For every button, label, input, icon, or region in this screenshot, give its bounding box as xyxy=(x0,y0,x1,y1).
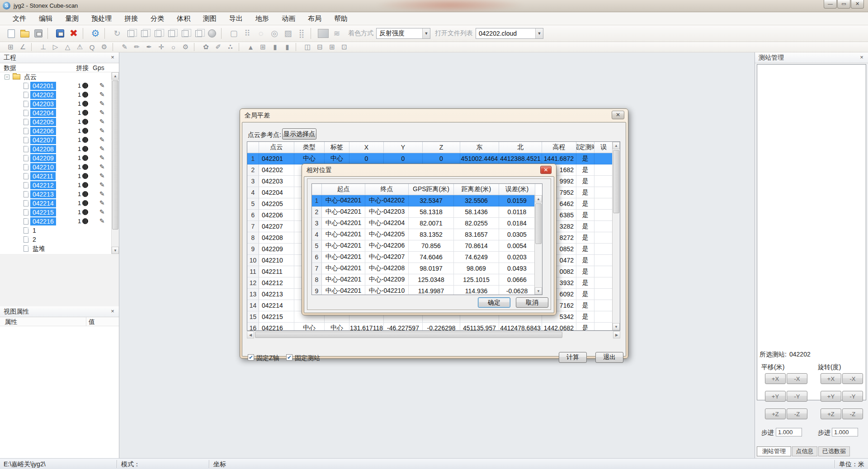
gps-edit-icon[interactable]: ✎ xyxy=(99,91,105,98)
cloud-name[interactable]: 042202 xyxy=(30,91,56,99)
gps-edit-icon[interactable]: ✎ xyxy=(99,217,105,225)
globe-icon[interactable] xyxy=(82,146,88,152)
scrollbar-thumb[interactable] xyxy=(112,80,118,230)
cloud-name[interactable]: 042211 xyxy=(30,172,56,180)
separator[interactable] xyxy=(31,43,35,51)
layers-icon[interactable]: ≋ xyxy=(330,27,344,40)
triangle-measure-icon[interactable]: △ xyxy=(61,42,74,52)
cube-copy-icon[interactable]: ⊞ xyxy=(257,42,269,52)
table-row[interactable]: 2 中心-042201 中心-042203 58.1318 58.1436 0.… xyxy=(312,206,542,218)
tree-root-pointcloud[interactable]: − 点云 xyxy=(0,72,111,81)
cross-pick-icon[interactable]: ✛ xyxy=(155,42,167,52)
separator[interactable] xyxy=(194,43,198,51)
column-header[interactable]: 误 xyxy=(594,142,613,153)
translate-button[interactable]: -Y xyxy=(787,391,807,402)
rotate-button[interactable]: -Y xyxy=(842,391,863,402)
column-header[interactable]: Z xyxy=(423,142,460,153)
close-icon[interactable]: ✕ xyxy=(540,166,552,174)
translate-button[interactable]: +Y xyxy=(765,391,786,402)
scroll-left-icon[interactable]: ◀ xyxy=(247,331,254,338)
fix-z-checkbox[interactable]: ✔ xyxy=(248,354,254,361)
scroll-up-icon[interactable]: ▲ xyxy=(613,142,620,149)
globe-icon[interactable] xyxy=(82,101,88,107)
column-property[interactable]: 属性 xyxy=(5,318,17,326)
separator[interactable] xyxy=(239,43,243,51)
separator[interactable] xyxy=(221,28,225,39)
select-points-icon[interactable]: ⣿ xyxy=(295,27,308,40)
globe-icon[interactable] xyxy=(82,200,88,206)
view-cube-right-icon[interactable] xyxy=(165,27,178,40)
rotate-button[interactable]: -Z xyxy=(842,408,863,419)
panel-tab[interactable]: 点信息 xyxy=(792,446,817,456)
column-header[interactable]: 距离差(米) xyxy=(454,184,499,195)
cloud-name[interactable]: 042205 xyxy=(30,118,56,126)
gears-icon[interactable]: ⚙ xyxy=(98,42,110,52)
tree-item-extra[interactable]: 1 xyxy=(0,226,111,235)
tree-item-extra[interactable]: 2 xyxy=(0,235,111,244)
translate-button[interactable]: +Z xyxy=(765,408,786,419)
gps-edit-icon[interactable]: ✎ xyxy=(99,154,105,161)
scrollbar-thumb[interactable] xyxy=(535,203,542,244)
tree-item-cloud[interactable]: 042204 1 ✎ xyxy=(0,108,111,117)
column-data[interactable]: 数据 xyxy=(4,64,16,72)
globe-icon[interactable] xyxy=(82,218,88,224)
tree-item-cloud[interactable]: 042211 1 ✎ xyxy=(0,172,111,181)
ok-button[interactable]: 确定 xyxy=(478,297,510,308)
menu-item[interactable]: 导出 xyxy=(223,13,249,25)
adjust-table-hscrollbar[interactable]: ◀ ▶ xyxy=(247,331,620,338)
gps-edit-icon[interactable]: ✎ xyxy=(99,100,105,107)
menu-item[interactable]: 布局 xyxy=(302,13,328,25)
cloud-name[interactable]: 042215 xyxy=(30,208,56,216)
globe-icon[interactable] xyxy=(82,92,88,98)
menu-item[interactable]: 拼接 xyxy=(118,13,144,25)
close-icon[interactable]: × xyxy=(109,308,116,315)
column-header[interactable]: 点云 xyxy=(259,142,294,153)
rotate-view-icon[interactable]: ↻ xyxy=(110,27,124,40)
ink-pen-icon[interactable]: ✒ xyxy=(143,42,155,52)
gps-edit-icon[interactable]: ✎ xyxy=(99,181,105,188)
relative-table[interactable]: 起点终点GPS距离(米)距离差(米)误差(米) 1 中心-042201 中心-0… xyxy=(311,183,542,295)
column-divider[interactable] xyxy=(86,317,86,326)
gps-edit-icon[interactable]: ✎ xyxy=(99,136,105,143)
perpendicular-icon[interactable]: ⊥ xyxy=(37,42,49,52)
angle-measure-icon[interactable]: ∠ xyxy=(17,42,29,52)
column-splice[interactable]: 拼接 xyxy=(76,64,89,72)
split-horizontal-icon[interactable]: ⊟ xyxy=(314,42,326,52)
menu-item[interactable]: 预处理 xyxy=(85,13,118,25)
view-cube-top-icon[interactable] xyxy=(178,27,192,40)
magnifier-icon[interactable]: Q xyxy=(86,42,98,52)
panel-tab[interactable]: 测站管理 xyxy=(757,446,791,456)
table-row[interactable]: 3 中心-042201 中心-042204 82.0071 82.0255 0.… xyxy=(312,218,542,229)
scroll-right-icon[interactable]: ▶ xyxy=(613,331,620,338)
table-row[interactable]: 7 中心-042201 中心-042208 98.0197 98.069 0.0… xyxy=(312,263,542,274)
warning-triangle-icon[interactable]: ⚠ xyxy=(74,42,86,52)
marker-pen-icon[interactable]: ✐ xyxy=(212,42,224,52)
item-name[interactable]: 1 xyxy=(30,226,38,234)
globe-icon[interactable] xyxy=(82,155,88,161)
column-value[interactable]: 值 xyxy=(89,318,95,326)
scroll-down-icon[interactable]: ▼ xyxy=(535,287,542,295)
select-grid-icon[interactable]: ⠿ xyxy=(241,27,254,40)
circle-draw-icon[interactable]: ○ xyxy=(167,42,179,52)
chevron-down-icon[interactable]: ▼ xyxy=(535,28,543,38)
view-sphere-icon[interactable] xyxy=(205,27,219,40)
gps-edit-icon[interactable]: ✎ xyxy=(99,145,105,152)
tree-item-cloud[interactable]: 042210 1 ✎ xyxy=(0,163,111,172)
cloud-name[interactable]: 042214 xyxy=(30,199,56,207)
table-row[interactable]: 1 中心-042201 中心-042202 32.5347 32.5506 0.… xyxy=(312,195,542,206)
column-header[interactable]: 类型 xyxy=(294,142,325,153)
separator[interactable] xyxy=(311,28,315,39)
gps-edit-icon[interactable]: ✎ xyxy=(99,109,105,116)
globe-icon[interactable] xyxy=(82,209,88,215)
translate-button[interactable]: -Z xyxy=(787,408,807,419)
menu-item[interactable]: 量测 xyxy=(59,13,85,25)
relative-table-vscrollbar[interactable]: ▲ ▼ xyxy=(534,195,542,295)
cloud-name[interactable]: 042206 xyxy=(30,127,56,135)
tree-item-cloud[interactable]: 042215 1 ✎ xyxy=(0,208,111,217)
minimize-button[interactable]: — xyxy=(824,0,837,9)
cylinder-icon[interactable]: ▮ xyxy=(269,42,281,52)
cloud-name[interactable]: 042208 xyxy=(30,145,56,153)
select-fence-icon[interactable]: ▨ xyxy=(281,27,295,40)
close-icon[interactable]: ✕ xyxy=(612,111,624,119)
collapse-icon[interactable]: − xyxy=(5,75,9,80)
